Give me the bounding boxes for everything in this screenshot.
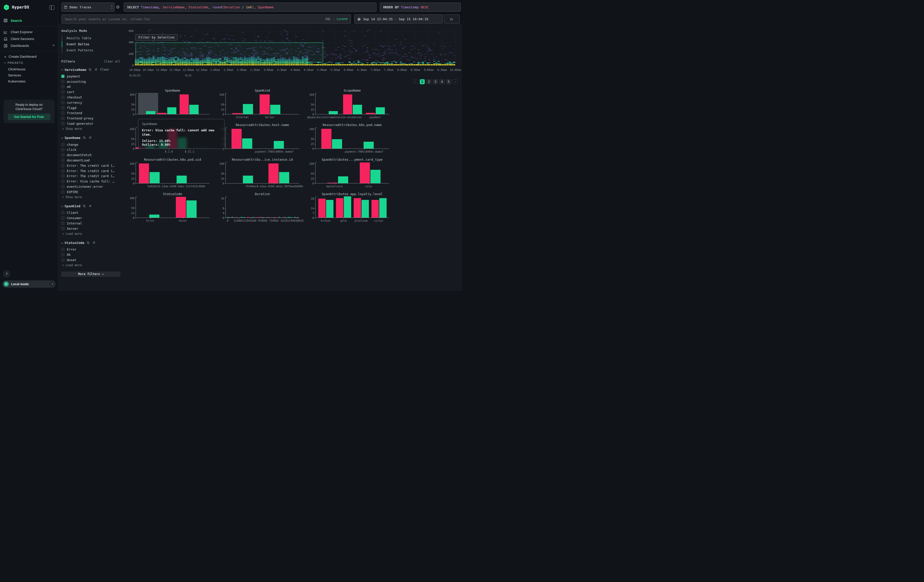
mode-results-table[interactable]: Results Table	[62, 35, 120, 41]
show-more-button[interactable]: Load more	[61, 263, 120, 268]
more-filters-button[interactable]: More filters	[61, 272, 120, 277]
filter-option-row[interactable]: eventListener.error	[61, 184, 120, 189]
filter-option-row[interactable]: Error: Visa cache full: …	[61, 179, 120, 184]
mode-event-deltas[interactable]: Event Deltas	[62, 41, 120, 47]
mode-event-patterns[interactable]: Event Patterns	[62, 47, 120, 53]
checkbox[interactable]	[61, 96, 64, 99]
checkbox[interactable]	[61, 216, 64, 220]
group-clear-button[interactable]: Clear	[100, 68, 109, 71]
chart-plot[interactable]: 281470	[315, 196, 389, 218]
chart-plot[interactable]: 10050250	[225, 127, 299, 149]
search-icon[interactable]	[89, 68, 92, 71]
checkbox[interactable]	[61, 117, 64, 120]
checkbox[interactable]	[61, 190, 64, 194]
filter-option-row[interactable]: Error: The credit card (…	[61, 173, 120, 179]
checkbox[interactable]	[61, 159, 64, 162]
filter-option-row[interactable]: currency	[61, 100, 120, 105]
chart-plot[interactable]: 10050250	[225, 93, 299, 114]
filter-option-row[interactable]: Unset	[61, 257, 120, 263]
sidebar-item-dashboards[interactable]: Dashboards	[0, 42, 58, 49]
filter-option-row[interactable]: Ok	[61, 252, 120, 257]
filter-option-row[interactable]: checkout	[61, 95, 120, 100]
checkbox[interactable]	[61, 211, 64, 214]
filter-option-row[interactable]: Error: The credit card (…	[61, 163, 120, 168]
events-heatmap[interactable]: Filter by Selection	[135, 28, 455, 66]
gear-icon[interactable]: ⚙	[116, 5, 120, 10]
help-button[interactable]: ?	[3, 270, 10, 277]
checkbox[interactable]	[61, 143, 64, 146]
checkbox[interactable]	[61, 227, 64, 230]
checkbox[interactable]	[61, 148, 64, 151]
search-input[interactable]	[65, 17, 325, 21]
filter-option-row[interactable]: Error	[61, 247, 120, 252]
sidebar-item-kubernetes[interactable]: Kubernetes	[0, 78, 58, 84]
pagination-page-4[interactable]: 4	[439, 79, 445, 84]
checkbox[interactable]	[61, 106, 64, 110]
filter-option-row[interactable]: Server	[61, 226, 120, 231]
sidebar-item-clickhouse[interactable]: ClickHouse	[0, 66, 58, 72]
pin-icon[interactable]	[88, 136, 92, 139]
chart-plot[interactable]: 10050250	[135, 162, 210, 183]
chart-plot[interactable]: 10050250	[225, 162, 299, 183]
pagination-page-3[interactable]: 3	[433, 79, 438, 84]
create-dashboard-button[interactable]: + Create Dashboard	[0, 53, 58, 59]
filter-option-row[interactable]: frontend-proxy	[61, 115, 120, 121]
heatmap-selection-brush[interactable]	[135, 43, 323, 62]
chart-plot[interactable]: 16840	[225, 196, 299, 218]
sidebar-item-chart-explorer[interactable]: Chart Explorer	[0, 29, 58, 35]
date-range-picker[interactable]: Sep 14 22:04:35 - Sep 15 10:04:35	[354, 15, 443, 23]
checkbox[interactable]	[61, 122, 64, 125]
presets-toggle[interactable]: PRESETS	[0, 59, 58, 66]
filter-option-row[interactable]: ad	[61, 84, 120, 89]
filter-option-row[interactable]: documentLoad	[61, 158, 120, 163]
search-icon[interactable]	[87, 241, 90, 244]
filter-group-header-SpanKind[interactable]: SpanKind	[61, 204, 120, 208]
checkbox[interactable]	[61, 153, 64, 157]
filter-option-row[interactable]: flagd	[61, 105, 120, 110]
filter-option-row[interactable]: ✓payment	[61, 74, 120, 79]
checkbox[interactable]	[61, 164, 64, 167]
chart-plot[interactable]: 10050250	[315, 127, 389, 149]
filter-option-row[interactable]: cart	[61, 89, 120, 95]
pagination-page-5[interactable]: 5	[446, 79, 451, 84]
chart-plot[interactable]: 10050250	[315, 93, 389, 114]
sidebar-collapse-icon[interactable]	[50, 5, 54, 10]
source-select[interactable]: Demo Traces	[61, 3, 115, 12]
filter-option-row[interactable]: click	[61, 147, 120, 153]
checkbox[interactable]	[61, 253, 64, 256]
checkbox[interactable]	[61, 174, 64, 178]
pin-icon[interactable]	[92, 241, 96, 244]
checkbox[interactable]	[61, 85, 64, 88]
sql-select-input[interactable]: SELECT Timestamp, ServiceName, StatusCod…	[124, 3, 376, 12]
checkbox[interactable]	[61, 90, 64, 94]
checkbox[interactable]	[61, 222, 64, 225]
chart-plot[interactable]: 10050250	[135, 93, 210, 114]
filter-option-row[interactable]: Internal	[61, 221, 120, 226]
checkbox[interactable]	[61, 258, 64, 262]
pagination-page-2[interactable]: 2	[426, 79, 431, 84]
filter-option-row[interactable]: frontend	[61, 110, 120, 116]
sidebar-item-search[interactable]: Search	[0, 15, 58, 26]
pagination-page-1[interactable]: 1	[420, 79, 425, 84]
filter-group-header-ServiceName[interactable]: ServiceNameClear	[61, 67, 120, 72]
checkbox[interactable]	[61, 169, 64, 173]
checkbox[interactable]	[61, 248, 64, 251]
checkbox[interactable]	[61, 111, 64, 115]
filter-group-header-StatusCode[interactable]: StatusCode	[61, 241, 120, 245]
lucene-toggle[interactable]: Lucene	[337, 17, 348, 21]
checkbox[interactable]	[61, 101, 64, 104]
filter-by-selection-button[interactable]: Filter by Selection	[135, 34, 178, 41]
search-icon[interactable]	[83, 136, 86, 139]
filter-option-row[interactable]: change	[61, 142, 120, 147]
pagination-prev[interactable]: ‹	[413, 79, 418, 84]
filter-option-row[interactable]: accounting	[61, 79, 120, 84]
user-menu[interactable]: U Local mode	[2, 280, 56, 288]
chart-plot[interactable]: 10050250	[315, 162, 389, 183]
filter-option-row[interactable]: documentFetch	[61, 152, 120, 158]
order-by-input[interactable]: ORDER BY Timestamp DESC	[380, 3, 461, 12]
sidebar-item-services[interactable]: Services	[0, 72, 58, 78]
filter-option-row[interactable]: Client	[61, 210, 120, 216]
filter-option-row[interactable]: Error: The credit card (…	[61, 168, 120, 173]
pagination-next[interactable]: ›	[453, 79, 458, 84]
filter-option-row[interactable]: EXPIRE	[61, 189, 120, 195]
